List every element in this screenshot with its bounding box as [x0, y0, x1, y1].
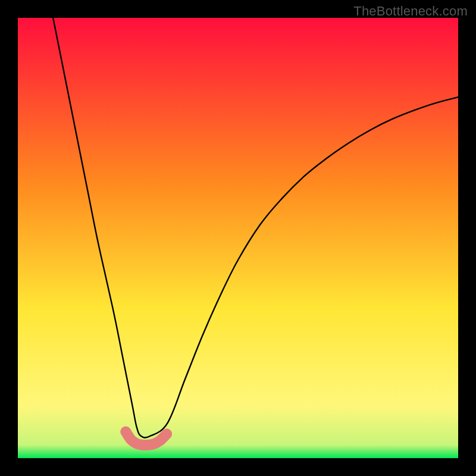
bottleneck-chart	[18, 18, 458, 458]
marker-dot	[156, 437, 164, 444]
marker-dot	[122, 428, 129, 436]
marker-dot	[150, 440, 157, 447]
watermark-text: TheBottleneck.com	[353, 4, 468, 19]
gradient-background	[18, 18, 458, 458]
plot-area	[18, 18, 458, 458]
marker-dot	[163, 430, 170, 437]
